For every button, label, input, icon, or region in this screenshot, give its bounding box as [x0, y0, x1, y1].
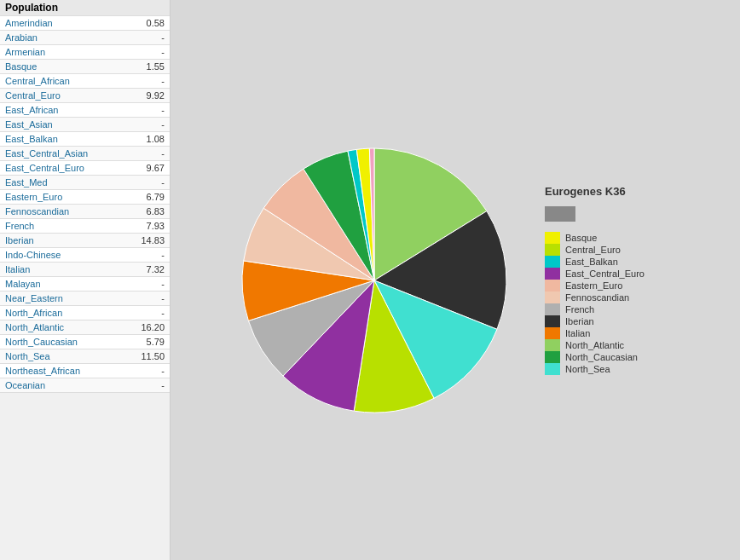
legend: Eurogenes K36 BasqueCentral_EuroEast_Bal… [545, 185, 681, 375]
population-label: Central_Euro [0, 89, 124, 103]
table-row: Malayan- [0, 277, 170, 292]
legend-title: Eurogenes K36 [545, 185, 681, 198]
main-area: Eurogenes K36 BasqueCentral_EuroEast_Bal… [171, 0, 740, 560]
legend-swatch [545, 232, 560, 244]
population-label: Basque [0, 60, 124, 74]
legend-gray-box [545, 206, 575, 222]
population-label: East_Balkan [0, 132, 124, 147]
population-value: - [124, 176, 170, 190]
legend-item: French [545, 303, 681, 315]
population-label: Eastern_Euro [0, 190, 124, 205]
legend-label: North_Atlantic [565, 340, 624, 350]
legend-label: French [565, 304, 594, 315]
population-value: - [124, 248, 170, 263]
legend-label: Iberian [565, 316, 594, 326]
table-row: Arabian- [0, 31, 170, 45]
population-value: 9.67 [124, 161, 170, 176]
legend-label: North_Sea [565, 364, 610, 374]
population-value: 7.93 [124, 219, 170, 234]
population-label: Oceanian [0, 378, 124, 393]
table-row: Oceanian- [0, 378, 170, 393]
population-value: - [124, 74, 170, 89]
legend-swatch [545, 339, 560, 351]
population-value: - [124, 31, 170, 45]
legend-item: Eastern_Euro [545, 280, 681, 292]
population-label: Armenian [0, 45, 124, 60]
table-row: Near_Eastern- [0, 292, 170, 306]
legend-swatch [545, 256, 560, 268]
population-value: - [124, 103, 170, 118]
population-value: 9.92 [124, 89, 170, 103]
population-label: North_Caucasian [0, 335, 124, 349]
legend-item: East_Balkan [545, 256, 681, 268]
population-value: - [124, 118, 170, 132]
table-row: East_Asian- [0, 118, 170, 132]
table-row: Indo-Chinese- [0, 248, 170, 263]
population-label: French [0, 219, 124, 234]
population-label: Near_Eastern [0, 292, 124, 306]
population-label: East_Central_Asian [0, 147, 124, 161]
population-label: North_African [0, 306, 124, 320]
population-value: 6.83 [124, 205, 170, 219]
population-label: North_Sea [0, 349, 124, 364]
legend-item: North_Atlantic [545, 339, 681, 351]
population-value: - [124, 364, 170, 378]
legend-item: North_Caucasian [545, 351, 681, 363]
table-row: East_African- [0, 103, 170, 118]
table-row: Basque1.55 [0, 60, 170, 74]
col-header-value [124, 0, 170, 16]
population-label: Central_African [0, 74, 124, 89]
table-row: Italian7.32 [0, 263, 170, 277]
population-value: - [124, 292, 170, 306]
legend-swatch [545, 268, 560, 280]
population-value: - [124, 45, 170, 60]
legend-item: Central_Euro [545, 244, 681, 256]
table-row: North_Caucasian5.79 [0, 335, 170, 349]
legend-item: North_Sea [545, 363, 681, 375]
legend-swatch [545, 292, 560, 303]
population-value: - [124, 306, 170, 320]
legend-swatch [545, 363, 560, 375]
pie-svg [229, 136, 519, 425]
legend-items: BasqueCentral_EuroEast_BalkanEast_Centra… [545, 232, 681, 375]
population-value: 1.08 [124, 132, 170, 147]
population-label: North_Atlantic [0, 320, 124, 335]
legend-item: Italian [545, 327, 681, 339]
table-row: Central_African- [0, 74, 170, 89]
table-row: Central_Euro9.92 [0, 89, 170, 103]
legend-swatch [545, 327, 560, 339]
legend-label: Eastern_Euro [565, 280, 622, 291]
legend-swatch [545, 244, 560, 256]
legend-label: Italian [565, 328, 590, 338]
table-row: East_Central_Asian- [0, 147, 170, 161]
population-value: 1.55 [124, 60, 170, 74]
population-value: 11.50 [124, 349, 170, 364]
table-row: Iberian14.83 [0, 234, 170, 248]
table-row: East_Central_Euro9.67 [0, 161, 170, 176]
table-row: Northeast_African- [0, 364, 170, 378]
col-header-population: Population [0, 0, 124, 16]
legend-swatch [545, 280, 560, 292]
population-label: Indo-Chinese [0, 248, 124, 263]
legend-item: Iberian [545, 315, 681, 327]
population-label: East_Asian [0, 118, 124, 132]
table-row: Amerindian0.58 [0, 16, 170, 31]
population-value: 7.32 [124, 263, 170, 277]
population-label: East_African [0, 103, 124, 118]
table-row: East_Med- [0, 176, 170, 190]
population-label: Malayan [0, 277, 124, 292]
legend-label: North_Caucasian [565, 352, 638, 362]
legend-item: East_Central_Euro [545, 268, 681, 280]
table-row: East_Balkan1.08 [0, 132, 170, 147]
legend-label: Fennoscandian [565, 292, 629, 303]
population-label: Iberian [0, 234, 124, 248]
table-row: Fennoscandian6.83 [0, 205, 170, 219]
chart-container: Eurogenes K36 BasqueCentral_EuroEast_Bal… [229, 136, 681, 425]
legend-label: East_Balkan [565, 257, 618, 267]
population-value: - [124, 147, 170, 161]
table-row: North_African- [0, 306, 170, 320]
table-row: North_Sea11.50 [0, 349, 170, 364]
legend-label: East_Central_Euro [565, 268, 645, 279]
population-value: 5.79 [124, 335, 170, 349]
table-row: Eastern_Euro6.79 [0, 190, 170, 205]
